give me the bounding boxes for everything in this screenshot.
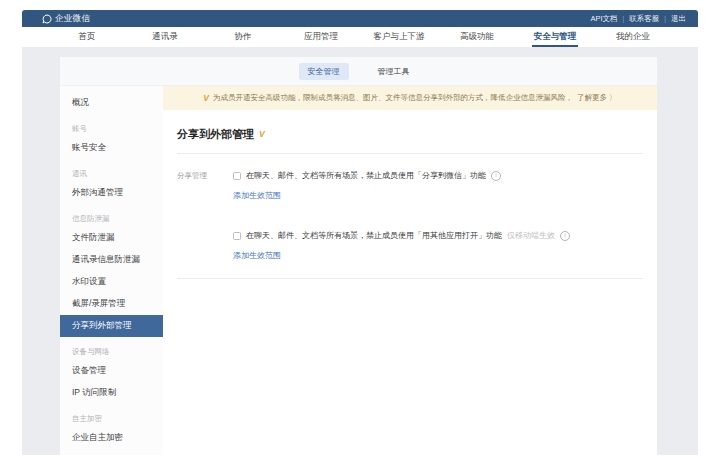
- sidebar-item[interactable]: 通讯录信息防泄漏: [60, 249, 163, 271]
- nav-tab-label: 通讯录: [152, 31, 178, 43]
- sidebar-item[interactable]: 截屏/录屏管理: [60, 293, 163, 315]
- rule-line: 在聊天、邮件、文档等所有场景，禁止成员使用「分享到微信」功能 i: [233, 170, 643, 181]
- sidebar-item[interactable]: 企业自主加密: [60, 427, 163, 449]
- nav-tab[interactable]: 协作: [204, 27, 282, 47]
- nav-tab-label: 安全与管理: [534, 31, 577, 43]
- sidebar-section-label: 通讯: [60, 159, 163, 182]
- add-scope-link[interactable]: 添加生效范围: [233, 250, 281, 261]
- rule-text: 在聊天、邮件、文档等所有场景，禁止成员使用「用其他应用打开」功能: [246, 230, 502, 241]
- wework-admin-page: 企业微信 API文档联系客服退出 首页 通讯录 协作 应用管理 客户与上下游 高…: [0, 0, 725, 468]
- sidebar-item[interactable]: 设备管理: [60, 360, 163, 382]
- nav-tab[interactable]: 高级功能: [438, 27, 516, 47]
- sidebar-section-label: 设备与网络: [60, 337, 163, 360]
- upgrade-notice-banner: V 为成员开通安全高级功能，限制成员将消息、图片、文件等信息分享到外部的方式，降…: [163, 86, 657, 110]
- sidebar-item[interactable]: 外部沟通管理: [60, 182, 163, 204]
- content-card: 安全管理管理工具 概况账号账号安全通讯外部沟通管理信息防泄漏文件防泄漏通讯录信息…: [60, 57, 657, 455]
- nav-tab-label: 高级功能: [460, 31, 494, 43]
- nav-tab-label: 我的企业: [616, 31, 650, 43]
- add-scope-link[interactable]: 添加生效范围: [233, 190, 281, 201]
- sidebar-item[interactable]: 概况: [60, 92, 163, 114]
- rule-row: 在聊天、邮件、文档等所有场景，禁止成员使用「用其他应用打开」功能 仅移动端生效 …: [233, 230, 643, 262]
- sidebar-item[interactable]: 账号安全: [60, 137, 163, 159]
- main-content: V 为成员开通安全高级功能，限制成员将消息、图片、文件等信息分享到外部的方式，降…: [163, 86, 657, 455]
- sidebar-section-label: 信息防泄漏: [60, 204, 163, 227]
- info-icon[interactable]: i: [491, 171, 501, 181]
- topbar: 企业微信 API文档联系客服退出: [22, 10, 698, 27]
- brand: 企业微信: [42, 13, 90, 25]
- nav-tab[interactable]: 安全与管理: [516, 27, 594, 47]
- section-label: 分享管理: [177, 170, 233, 262]
- brand-name: 企业微信: [55, 13, 90, 25]
- rule-checkbox[interactable]: [233, 232, 241, 240]
- page-title-text: 分享到外部管理: [177, 127, 254, 142]
- subtab-bar: 安全管理管理工具: [60, 57, 657, 86]
- nav-tab[interactable]: 客户与上下游: [360, 27, 438, 47]
- info-icon[interactable]: i: [560, 231, 570, 241]
- premium-v-icon: V: [259, 130, 265, 139]
- nav-tab-label: 应用管理: [304, 31, 338, 43]
- nav-tab-label: 首页: [79, 31, 96, 43]
- rule-row: 在聊天、邮件、文档等所有场景，禁止成员使用「分享到微信」功能 i 添加生效范围: [233, 170, 643, 202]
- content-inner: 分享到外部管理 V 分享管理 在聊天、邮件、文档等所有场景，禁止成员使用「分享到…: [163, 110, 657, 279]
- rule-checkbox[interactable]: [233, 172, 241, 180]
- page-background: 安全管理管理工具 概况账号账号安全通讯外部沟通管理信息防泄漏文件防泄漏通讯录信息…: [22, 47, 698, 455]
- topbar-link[interactable]: 联系客服: [618, 14, 660, 24]
- nav-tab-label: 客户与上下游: [374, 31, 425, 43]
- divider: [177, 153, 643, 154]
- nav-tab[interactable]: 通讯录: [126, 27, 204, 47]
- page-title: 分享到外部管理 V: [177, 127, 643, 142]
- wechat-work-logo-icon: [42, 14, 52, 24]
- sidebar-item[interactable]: 分享到外部管理: [60, 315, 163, 337]
- nav-tab-label: 协作: [235, 31, 252, 43]
- rule-hint: 仅移动端生效: [507, 230, 555, 241]
- sidebar-item[interactable]: 文件防泄漏: [60, 227, 163, 249]
- sidebar-item[interactable]: 水印设置: [60, 271, 163, 293]
- sidebar-section-label: 自主加密: [60, 404, 163, 427]
- nav-tab[interactable]: 应用管理: [282, 27, 360, 47]
- nav-tab[interactable]: 首页: [48, 27, 126, 47]
- subtab[interactable]: 管理工具: [369, 63, 419, 80]
- rule-line: 在聊天、邮件、文档等所有场景，禁止成员使用「用其他应用打开」功能 仅移动端生效 …: [233, 230, 643, 241]
- premium-v-icon: V: [203, 94, 209, 103]
- sidebar-section-label: 账号: [60, 114, 163, 137]
- learn-more-link[interactable]: 了解更多 〉: [577, 93, 617, 103]
- rule-text: 在聊天、邮件、文档等所有场景，禁止成员使用「分享到微信」功能: [246, 170, 486, 181]
- subtab[interactable]: 安全管理: [299, 63, 349, 80]
- divider: [177, 278, 643, 279]
- notice-text: 为成员开通安全高级功能，限制成员将消息、图片、文件等信息分享到外部的方式，降低企…: [213, 93, 573, 103]
- card-body: 概况账号账号安全通讯外部沟通管理信息防泄漏文件防泄漏通讯录信息防泄漏水印设置截屏…: [60, 86, 657, 455]
- nav-tab[interactable]: 我的企业: [594, 27, 672, 47]
- sidebar-item[interactable]: IP 访问限制: [60, 382, 163, 404]
- topbar-links: API文档联系客服退出: [591, 14, 687, 24]
- main-nav: 首页 通讯录 协作 应用管理 客户与上下游 高级功能 安全与管理 我的企业: [22, 27, 698, 47]
- rule-list: 在聊天、邮件、文档等所有场景，禁止成员使用「分享到微信」功能 i 添加生效范围 …: [233, 170, 643, 262]
- topbar-link[interactable]: 退出: [659, 14, 686, 24]
- settings-sidebar: 概况账号账号安全通讯外部沟通管理信息防泄漏文件防泄漏通讯录信息防泄漏水印设置截屏…: [60, 86, 163, 455]
- topbar-link[interactable]: API文档: [591, 14, 618, 24]
- share-management-section: 分享管理 在聊天、邮件、文档等所有场景，禁止成员使用「分享到微信」功能 i 添加…: [177, 170, 643, 262]
